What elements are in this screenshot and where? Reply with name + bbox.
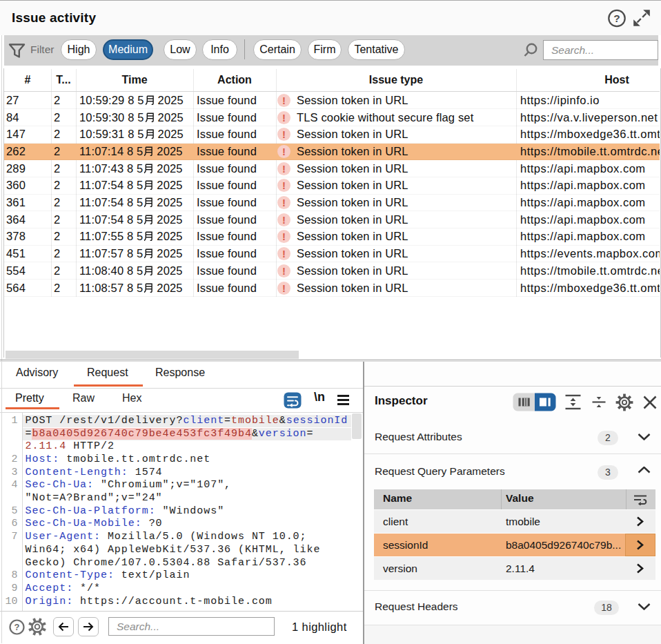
svg-text:?: ? bbox=[14, 622, 20, 632]
svg-text:?: ? bbox=[613, 12, 620, 24]
